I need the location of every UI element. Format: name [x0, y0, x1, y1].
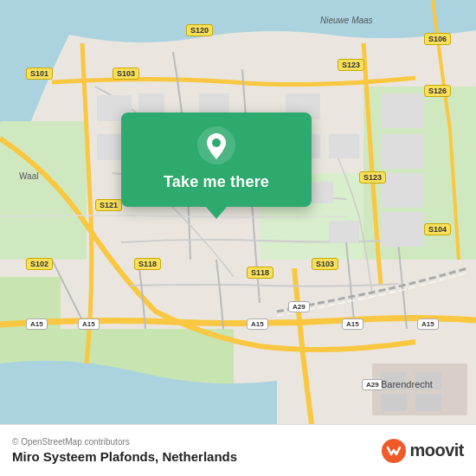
road-label-s101: S101 [26, 68, 53, 80]
svg-rect-11 [381, 134, 424, 169]
svg-rect-12 [381, 173, 424, 208]
road-label-a15a: A15 [26, 318, 48, 330]
copyright-text: © OpenStreetMap contributors [12, 437, 237, 447]
road-label-s106: S106 [424, 33, 451, 45]
road-label-a15d: A15 [342, 318, 363, 330]
road-label-a29b: A29 [362, 379, 383, 390]
road-label-s123a: S123 [338, 59, 364, 71]
road-label-a29: A29 [288, 301, 310, 312]
road-label-s118a: S118 [134, 258, 161, 270]
svg-point-28 [212, 138, 221, 147]
svg-rect-10 [381, 93, 424, 128]
place-label-waal: Waal [19, 171, 38, 181]
road-label-s104: S104 [424, 223, 451, 235]
map-popup[interactable]: Take me there [121, 113, 312, 207]
svg-rect-25 [381, 394, 407, 411]
road-label-s126: S126 [424, 85, 451, 97]
bottom-bar: © OpenStreetMap contributors Miro Systee… [0, 424, 476, 476]
svg-rect-1 [0, 121, 87, 260]
popup-label: Take me there [164, 173, 269, 191]
place-label-nieuwe-maas: Nieuwe Maas [320, 16, 373, 25]
moovit-icon [382, 439, 406, 463]
road-label-a15b: A15 [78, 318, 100, 330]
moovit-text: moovit [409, 441, 464, 460]
road-label-s120: S120 [186, 24, 213, 36]
road-label-s102: S102 [26, 258, 53, 270]
road-label-s118b: S118 [247, 267, 273, 279]
location-title: Miro Systeem Plafonds, Netherlands [12, 449, 237, 464]
place-label-barendrecht: Barendrecht [381, 379, 433, 389]
moovit-logo: moovit [382, 439, 464, 463]
road-label-s123b: S123 [359, 171, 386, 183]
svg-rect-26 [415, 394, 441, 411]
svg-rect-21 [329, 221, 359, 242]
road-label-a15c: A15 [247, 318, 268, 330]
svg-rect-16 [329, 134, 359, 158]
road-label-s103a: S103 [113, 68, 139, 80]
road-label-a15e: A15 [417, 318, 439, 330]
bottom-left-info: © OpenStreetMap contributors Miro Systee… [12, 437, 237, 464]
road-label-s103b: S103 [312, 258, 338, 270]
svg-rect-13 [381, 212, 424, 247]
location-pin-icon [197, 126, 235, 164]
location-country: Netherlands [162, 449, 237, 464]
location-name: Miro Systeem Plafonds [12, 449, 155, 464]
map-container: S120 S101 S103 S106 S123 S123 S126 S121 … [0, 0, 476, 424]
road-label-s121: S121 [95, 199, 122, 211]
